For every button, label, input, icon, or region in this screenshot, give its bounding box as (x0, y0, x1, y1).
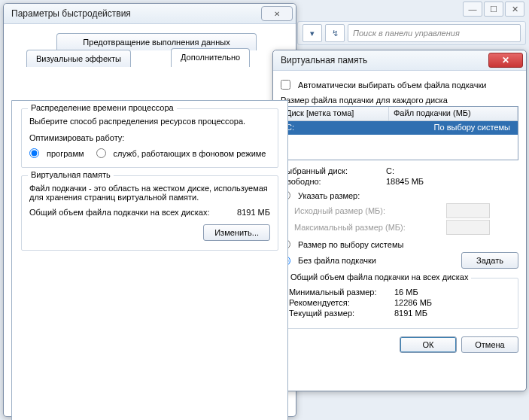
max-size-label: Максимальный размер (МБ): (294, 223, 406, 232)
vm-title: Виртуальная память (28, 170, 114, 179)
sched-title: Распределение времени процессора (28, 103, 177, 112)
performance-options-window: Параметры быстродействия ✕ Предотвращени… (3, 3, 296, 417)
close-icon[interactable]: ✕ (505, 2, 524, 17)
max-size-input (446, 220, 490, 235)
drive-list[interactable]: Диск [метка тома] Файл подкачки (МБ) C: … (281, 106, 518, 160)
vm-desc: Файл подкачки - это область на жестком д… (29, 184, 270, 202)
change-button[interactable]: Изменить... (203, 224, 270, 241)
minimize-icon[interactable]: — (463, 2, 482, 17)
virtual-memory-group: Виртуальная память Файл подкачки - это о… (21, 175, 278, 251)
processor-scheduling-group: Распределение времени процессора Выберит… (21, 108, 278, 168)
virtual-memory-dialog: Виртуальная память ✕ Автоматически выбир… (272, 50, 527, 391)
maximize-icon[interactable]: ☐ (484, 2, 503, 17)
parent-window-buttons: — ☐ ✕ (463, 2, 524, 17)
sel-drive-label: Выбранный диск: (281, 166, 386, 175)
col-drive: Диск [метка тома] (281, 107, 389, 120)
rec-val: 12286 МБ (394, 298, 432, 307)
auto-checkbox[interactable]: Автоматически выбирать объем файла подка… (281, 80, 518, 90)
free-label: Свободно: (281, 177, 386, 186)
radio-programs[interactable]: программ (29, 148, 84, 158)
sched-desc: Выберите способ распределения ресурсов п… (29, 117, 270, 126)
tab-visual[interactable]: Визуальные эффекты (26, 50, 131, 67)
totals-group: Общий объем файла подкачки на всех диска… (281, 278, 518, 329)
cur-val: 8191 МБ (394, 309, 427, 318)
radio-no-paging[interactable]: Без файла подкачки (281, 256, 376, 266)
radio-system-size[interactable]: Размер по выбору системы (281, 239, 518, 249)
vm-body: Автоматически выбирать объем файла подка… (273, 71, 526, 361)
free-val: 18845 МБ (386, 177, 424, 186)
perf-close-button[interactable]: ✕ (261, 6, 293, 21)
vm-total-value: 8191 МБ (237, 208, 270, 217)
search-input[interactable]: Поиск в панели управления (348, 24, 521, 42)
vm-close-button[interactable]: ✕ (488, 53, 523, 68)
drive-list-header: Диск [метка тома] Файл подкачки (МБ) (281, 107, 518, 121)
tab-advanced[interactable]: Дополнительно (171, 48, 250, 67)
init-size-label: Исходный размер (МБ): (294, 206, 385, 215)
vm-total-label: Общий объем файла подкачки на всех диска… (29, 208, 237, 217)
row-drive: C: (281, 121, 388, 135)
totals-title: Общий объем файла подкачки на всех диска… (287, 272, 471, 282)
drive-row-c[interactable]: C: По выбору системы (281, 121, 518, 135)
per-drive-label: Размер файла подкачки для каждого диска (281, 96, 518, 105)
refresh-button[interactable]: ↯ (325, 24, 345, 42)
radio-custom-size[interactable]: Указать размер: (281, 190, 518, 200)
vm-titlebar: Виртуальная память ✕ (273, 50, 526, 71)
perf-title: Параметры быстродействия (11, 8, 131, 19)
rec-label: Рекомендуется: (289, 298, 394, 307)
advanced-tab-panel: Распределение времени процессора Выберит… (11, 100, 288, 420)
row-file: По выбору системы (388, 121, 518, 135)
sel-drive-val: C: (386, 166, 394, 175)
col-file: Файл подкачки (МБ) (389, 107, 518, 120)
vm-ok-button[interactable]: ОК (400, 336, 457, 353)
radio-services[interactable]: служб, работающих в фоновом режиме (96, 148, 266, 158)
vm-cancel-button[interactable]: Отмена (461, 336, 518, 353)
min-label: Минимальный размер: (289, 288, 394, 297)
vm-dialog-title: Виртуальная память (281, 55, 367, 65)
cur-label: Текущий размер: (289, 309, 394, 318)
min-val: 16 МБ (394, 288, 418, 297)
control-panel-toolbar: ▾ ↯ Поиск в панели управления (297, 21, 526, 45)
back-button[interactable]: ▾ (303, 24, 322, 42)
init-size-input (446, 203, 490, 218)
set-button[interactable]: Задать (461, 252, 518, 269)
perf-titlebar: Параметры быстродействия ✕ (4, 4, 296, 24)
optimize-label: Оптимизировать работу: (29, 133, 270, 142)
